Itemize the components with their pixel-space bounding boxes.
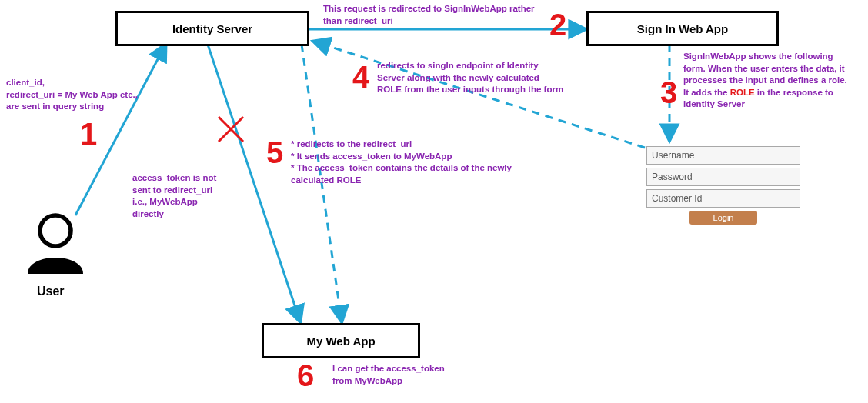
- signin-webapp-box: Sign In Web App: [586, 11, 779, 46]
- login-form: Username Password Customer Id Login: [646, 146, 800, 225]
- user-icon: [18, 206, 92, 280]
- step-3: 3: [660, 77, 677, 108]
- annot-4: redirects to singIn endpoint of Identity…: [377, 60, 593, 96]
- identity-server-box: Identity Server: [115, 11, 309, 46]
- step-1: 1: [80, 118, 97, 149]
- svg-line-3: [219, 117, 243, 142]
- annot-2: This request is redirected to SignInWebA…: [323, 3, 569, 27]
- step-4: 4: [352, 62, 369, 92]
- annot-x: access_token is not sent to redirect_uri…: [132, 172, 248, 220]
- my-webapp-box: My Web App: [262, 323, 420, 358]
- customer-id-field[interactable]: Customer Id: [646, 189, 800, 208]
- login-button[interactable]: Login: [689, 211, 757, 225]
- annot-3: SignInWebApp shows the following form. W…: [683, 51, 865, 111]
- step-5: 5: [266, 137, 283, 168]
- identity-server-label: Identity Server: [172, 22, 252, 35]
- username-field[interactable]: Username: [646, 146, 800, 165]
- my-webapp-label: My Web App: [306, 335, 375, 348]
- user-label: User: [37, 285, 65, 298]
- annot-1: client_id, redirect_uri = My Web App etc…: [6, 77, 160, 113]
- annot-6: I can get the access_token from MyWebApp: [332, 363, 486, 387]
- step-6: 6: [297, 360, 314, 391]
- signin-webapp-label: Sign In Web App: [637, 22, 728, 35]
- svg-point-8: [40, 215, 71, 246]
- svg-line-2: [219, 117, 243, 142]
- annot-5: * redirects to the redirect_uri * It sen…: [291, 138, 553, 186]
- password-field[interactable]: Password: [646, 168, 800, 186]
